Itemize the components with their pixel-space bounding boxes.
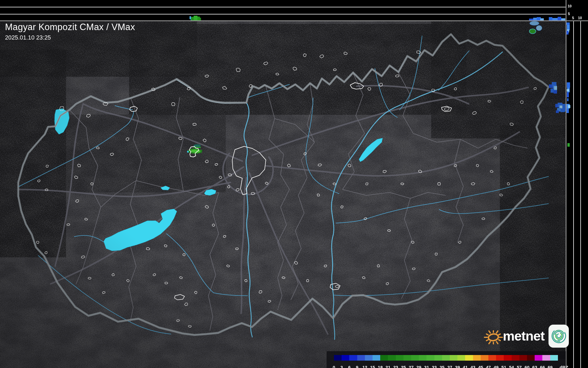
profile-echo-cell: [567, 98, 569, 101]
dbz-cell-41: [465, 355, 473, 361]
dbz-label: 33: [432, 365, 437, 368]
dbz-label: 66: [540, 365, 545, 368]
profile-10km-line: [0, 7, 566, 7]
dbz-cell-27: [411, 355, 419, 361]
dbz-cell-0: [334, 355, 342, 361]
dbz-cell-45: [481, 355, 488, 361]
dbz-cell-60: [527, 355, 535, 361]
dbz-label: 25: [401, 365, 406, 368]
top-axis-5km-label: 5: [568, 12, 570, 16]
dbz-label: 6: [348, 365, 350, 368]
profile-echo-cell: [567, 89, 569, 91]
dbz-label: 3: [340, 365, 343, 368]
dbz-label: 9: [356, 365, 358, 368]
radar-composite-app: 10 5 5 10 Magyar Kompozit CMax / VMax 20…: [0, 0, 588, 368]
dbz-cell-23: [396, 355, 403, 361]
dbz-label: 39: [455, 365, 460, 368]
dbz-cell-43: [473, 355, 481, 361]
dbz-label: 45: [478, 365, 483, 368]
dbz-cell-39: [457, 355, 465, 361]
top-axis-10km-label: 10: [568, 4, 571, 8]
profile-echo-cell: [566, 31, 569, 35]
dbz-label: 43: [470, 365, 475, 368]
dbz-label: 18: [378, 365, 383, 368]
dbz-label: 54: [509, 365, 514, 368]
dbz-cell-47: [488, 355, 496, 361]
dbz-label: 29: [416, 365, 421, 368]
dbz-label: 37: [447, 365, 452, 368]
sun-icon: [483, 323, 504, 349]
dbz-label: 51: [501, 365, 506, 368]
dbz-cell-15: [373, 355, 380, 361]
dbz-cell-25: [403, 355, 411, 361]
dbz-cell-21: [388, 355, 396, 361]
dbz-label: 41: [463, 365, 468, 368]
dbz-cell-31: [426, 355, 434, 361]
dbz-cell-57: [519, 355, 527, 361]
profile-ground-line-v: [566, 0, 566, 368]
dbz-label: 47: [486, 365, 491, 368]
profile-echo-cell: [566, 22, 570, 25]
dbz-cell-29: [419, 355, 426, 361]
dbz-label: 21: [386, 365, 391, 368]
right-axis-10km-label: 10: [578, 16, 582, 20]
metnet-branding: metnet: [483, 323, 569, 349]
profile-echo-cell: [567, 143, 570, 147]
profile-5km-line-v: [573, 21, 574, 368]
dbz-label: 60: [525, 365, 530, 368]
dbz-cell-3: [342, 355, 349, 361]
profile-echo-cell: [567, 82, 570, 88]
profile-ground-line-h: [0, 20, 588, 21]
dbz-legend: 0369121518212325272931333537394143454749…: [327, 351, 566, 368]
dbz-label: 57: [517, 365, 522, 368]
page-title: Magyar Kompozit CMax / VMax: [5, 22, 135, 32]
radar-map: [0, 21, 566, 368]
swirl-icon: [549, 326, 569, 346]
right-axis-5km-label: 5: [572, 16, 574, 20]
dbz-cell-6: [349, 355, 357, 361]
metnet-app-icon: [549, 325, 569, 348]
profile-5km-line: [0, 14, 566, 14]
dbz-cell-35: [442, 355, 450, 361]
dbz-label: 23: [393, 365, 398, 368]
dbz-cell-9: [357, 355, 365, 361]
dbz-label: 27: [409, 365, 414, 368]
dbz-label: 15: [370, 365, 375, 368]
dbz-cell-66: [542, 355, 550, 361]
dbz-cell-37: [450, 355, 457, 361]
dbz-cell-18: [380, 355, 388, 361]
dbz-label: 35: [439, 365, 444, 368]
dbz-label: 69: [548, 365, 553, 368]
dbz-cell-12: [365, 355, 373, 361]
metnet-wordmark: metnet: [503, 328, 545, 344]
timestamp: 2025.01.10 23:25: [5, 34, 135, 41]
profile-echo-cell: [566, 109, 569, 113]
dbz-label: 31: [424, 365, 429, 368]
dbz-cell-63: [535, 355, 542, 361]
dbz-cell-54: [512, 355, 519, 361]
profile-10km-line-v: [580, 21, 581, 368]
profile-echo-cell: [567, 92, 569, 97]
dbz-label: 12: [362, 365, 367, 368]
dbz-cell-51: [504, 355, 511, 361]
dbz-label: 63: [532, 365, 537, 368]
dbz-cell-33: [434, 355, 442, 361]
dbz-unit-label: dBZ: [560, 365, 568, 368]
dbz-label: 49: [494, 365, 499, 368]
profile-echo-cell: [568, 105, 570, 108]
dbz-cell-69: [550, 355, 558, 361]
dbz-label: 0: [333, 365, 335, 368]
dbz-cell-49: [496, 355, 504, 361]
title-block: Magyar Kompozit CMax / VMax 2025.01.10 2…: [5, 22, 135, 41]
